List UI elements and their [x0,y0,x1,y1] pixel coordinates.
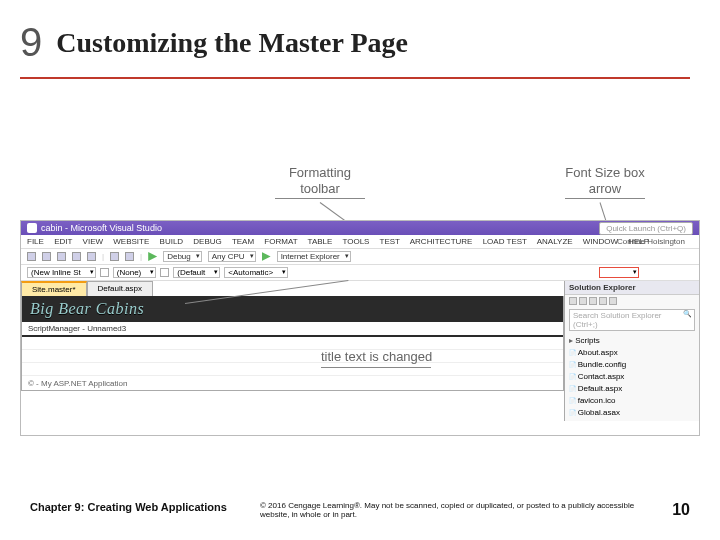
font-size-box-arrow[interactable] [599,267,639,278]
style-dropdown[interactable]: (New Inline St [27,267,96,278]
save-all-icon[interactable] [87,252,96,261]
solution-explorer-search[interactable]: Search Solution Explorer (Ctrl+;) [569,309,695,331]
properties-icon[interactable] [609,297,617,305]
callout-underline [321,367,431,368]
redo-icon[interactable] [125,252,134,261]
undo-icon[interactable] [110,252,119,261]
script-manager-control[interactable]: ScriptManager - Unnamed3 [22,322,563,337]
copyright-text: © 2016 Cengage Learning®. May not be sca… [260,501,660,520]
menu-table[interactable]: TABLE [308,237,333,246]
start-debug-icon[interactable] [148,252,157,261]
save-icon[interactable] [72,252,81,261]
config-dropdown[interactable]: Debug [163,251,202,262]
menu-edit[interactable]: EDIT [54,237,72,246]
toolbar-separator: | [102,252,104,261]
menu-website[interactable]: WEBSITE [113,237,149,246]
tab-default-aspx[interactable]: Default.aspx [87,281,153,296]
browser-dropdown[interactable]: Internet Explorer [277,251,351,262]
rule-dropdown[interactable]: (None) [113,267,156,278]
toolbar-separator: | [140,252,142,261]
tree-file-favicon[interactable]: favicon.ico [569,395,695,407]
vs-menu-bar[interactable]: FILE EDIT VIEW WEBSITE BUILD DEBUG TEAM … [21,235,699,249]
font-auto-dropdown[interactable]: <Automatic> [224,267,288,278]
menu-file[interactable]: FILE [27,237,44,246]
tree-file-global[interactable]: Global.asax [569,407,695,419]
callout-fontsize-arrow: Font Size box arrow [565,165,645,199]
collapse-icon[interactable] [589,297,597,305]
vs-formatting-toolbar[interactable]: (New Inline St (None) (Default <Automati… [21,265,699,281]
menu-build[interactable]: BUILD [160,237,184,246]
apply-style-icon[interactable] [100,268,109,277]
callout-fontsize-label: Font Size box arrow [565,165,645,196]
solution-explorer-panel[interactable]: Solution Explorer Search Solution Explor… [564,281,699,421]
page-number: 10 [660,501,690,519]
solution-explorer-tree[interactable]: Scripts About.aspx Bundle.config Contact… [565,333,699,421]
vs-title-bar: cabin - Microsoft Visual Studio Quick La… [21,221,699,235]
menu-format[interactable]: FORMAT [264,237,297,246]
chapter-label: Chapter 9: Creating Web Applications [30,501,260,513]
page-footer-text: © - My ASP.NET Application [22,377,563,390]
callout-formatting-toolbar: Formatting toolbar [275,165,365,199]
content-placeholder[interactable] [22,337,563,377]
tree-file-bundle[interactable]: Bundle.config [569,359,695,371]
menu-loadtest[interactable]: LOAD TEST [483,237,527,246]
callout-underline [275,198,365,199]
page-banner-title[interactable]: Big Bear Cabins [22,296,563,322]
callout-title-changed-label: title text is changed [321,349,432,364]
show-all-icon[interactable] [599,297,607,305]
menu-view[interactable]: VIEW [83,237,103,246]
chapter-number: 9 [20,20,42,65]
solution-explorer-toolbar[interactable] [565,295,699,307]
menu-tools[interactable]: TOOLS [342,237,369,246]
slide-footer: Chapter 9: Creating Web Applications © 2… [30,501,690,520]
run-icon[interactable] [262,252,271,261]
menu-analyze[interactable]: ANALYZE [537,237,573,246]
callout-formatting-label: Formatting toolbar [289,165,351,196]
vs-window-title: cabin - Microsoft Visual Studio [41,223,162,233]
solution-explorer-title: Solution Explorer [565,281,699,295]
quick-launch-box[interactable]: Quick Launch (Ctrl+Q) [599,222,693,235]
slide-title: Customizing the Master Page [56,27,408,59]
menu-window[interactable]: WINDOW [583,237,618,246]
tab-site-master[interactable]: Site.master* [21,281,87,296]
vs-logo-icon [27,223,37,233]
callout-underline [565,198,645,199]
nav-back-icon[interactable] [27,252,36,261]
visual-studio-screenshot: cabin - Microsoft Visual Studio Quick La… [20,220,700,436]
refresh-icon[interactable] [579,297,587,305]
tree-file-about[interactable]: About.aspx [569,347,695,359]
designer-surface[interactable]: Big Bear Cabins ScriptManager - Unnamed3… [21,296,564,391]
cpu-dropdown[interactable]: Any CPU [208,251,256,262]
tree-file-default[interactable]: Default.aspx [569,383,695,395]
editor-area: Site.master* Default.aspx Big Bear Cabin… [21,281,699,421]
bold-icon[interactable] [160,268,169,277]
home-icon[interactable] [569,297,577,305]
menu-test[interactable]: TEST [380,237,400,246]
header-divider [20,77,690,79]
tree-file-contact[interactable]: Contact.aspx [569,371,695,383]
tree-node-scripts[interactable]: Scripts [569,335,695,347]
open-file-icon[interactable] [57,252,66,261]
signed-in-user: Corinne Hoisington [617,237,685,246]
font-family-dropdown[interactable]: (Default [173,267,220,278]
nav-forward-icon[interactable] [42,252,51,261]
vs-standard-toolbar[interactable]: | | Debug Any CPU Internet Explorer [21,249,699,265]
slide-header: 9 Customizing the Master Page [0,0,720,73]
callout-title-changed: title text is changed [321,349,432,368]
menu-architecture[interactable]: ARCHITECTURE [410,237,473,246]
editor-pane: Site.master* Default.aspx Big Bear Cabin… [21,281,564,421]
menu-debug[interactable]: DEBUG [193,237,221,246]
menu-team[interactable]: TEAM [232,237,254,246]
